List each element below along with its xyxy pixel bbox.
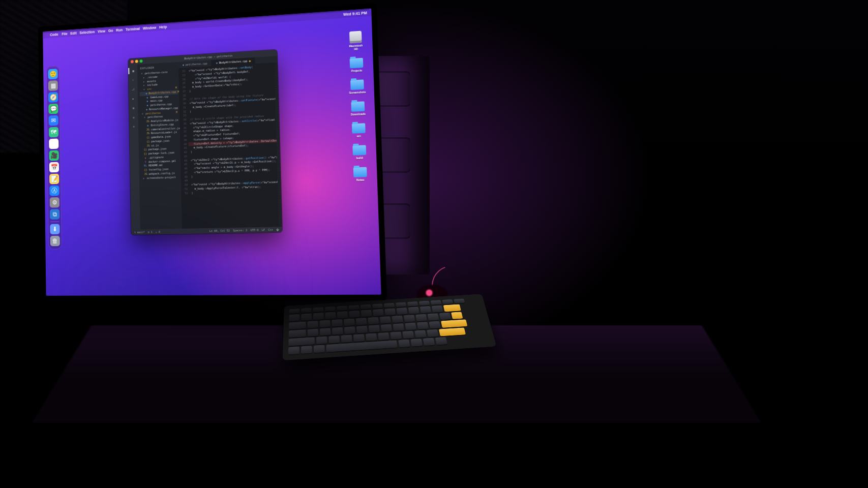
tree-row-label: screenshots-project xyxy=(147,175,176,180)
desktop-icon[interactable]: Downloads xyxy=(350,101,365,116)
status-item[interactable]: UTF-8 xyxy=(251,228,259,232)
activity-files-icon[interactable]: ▤ xyxy=(128,68,137,74)
tree-row-label: webpack.config.js xyxy=(148,171,174,176)
status-item[interactable]: ⊘ 1 xyxy=(148,230,153,233)
js-icon: JS xyxy=(144,172,147,176)
tree-row-label: docker-compose.yml xyxy=(148,159,176,164)
dock-item-vscode[interactable]: ⧉ xyxy=(50,209,59,220)
macos-desktop[interactable]: Code FileEditSelectionViewGoRunTerminalW… xyxy=(43,9,381,296)
vscode-editor[interactable]: 22 23 24 25 26 27 28 29 30 31 32 33 34 3… xyxy=(178,63,282,229)
yml-icon: Y xyxy=(144,160,147,164)
desktop-icon[interactable]: Projects xyxy=(349,58,364,73)
menubar-item[interactable]: Help xyxy=(159,25,167,29)
desktop-icons-column: Macintosh HD Projects Screenshots Downlo… xyxy=(344,30,372,182)
desktop-icon[interactable]: Notes xyxy=(353,167,368,182)
desktop-icon[interactable]: Macintosh HD xyxy=(348,30,364,51)
dock-item-mail[interactable]: ✉︎ xyxy=(49,115,58,126)
cpp-file-icon: ◆ xyxy=(216,61,218,64)
tree-row-label: README.md xyxy=(148,164,162,168)
cpp-icon: ◆ xyxy=(146,104,149,108)
cpp-icon: ◆ xyxy=(146,108,147,112)
menubar-item[interactable]: Selection xyxy=(79,29,95,34)
menubar-items[interactable]: FileEditSelectionViewGoRunTerminalWindow… xyxy=(62,24,170,36)
menubar-status-area[interactable]: Wed 9:41 PM xyxy=(343,11,367,16)
vscode-window[interactable]: BodyAttributes.cpp — petitheros ▤⌕⎇▶▦◒⚙ … xyxy=(128,50,282,235)
desk-scene: Code FileEditSelectionViewGoRunTerminalW… xyxy=(0,0,868,488)
dock-item-appstore[interactable]: Ⓐ xyxy=(49,186,59,196)
modified-badge-icon: M xyxy=(175,86,177,90)
status-item[interactable]: ⏻ xyxy=(276,228,279,231)
vscode-sidebar[interactable]: EXPLORER ▾ petitheros-core ▸ .vscode ▸ a… xyxy=(137,62,182,230)
cpp-icon: ◆ xyxy=(145,92,147,96)
tree-row[interactable]: Y docker-compose.yml xyxy=(141,159,179,164)
dock-item-safari[interactable]: 🧭 xyxy=(48,92,58,103)
menubar-item[interactable]: File xyxy=(62,32,67,36)
folder-icon xyxy=(351,101,365,112)
tree-row[interactable]: ▸ screenshots-project xyxy=(141,175,180,180)
vscode-file-tree[interactable]: ▾ petitheros-core ▸ .vscode ▸ assets ▸ i… xyxy=(139,70,180,180)
desktop-icon-label: Projects xyxy=(351,69,363,73)
desktop-icon[interactable]: Screenshots xyxy=(350,79,365,94)
dock-item-launchpad[interactable]: ▦ xyxy=(48,80,58,91)
menubar-item[interactable]: Window xyxy=(143,25,156,30)
modified-badge-icon: M xyxy=(176,110,177,114)
status-item[interactable]: Spaces: 2 xyxy=(233,228,247,232)
dock-item-calendar[interactable]: 📅 xyxy=(49,162,59,173)
md-icon: M↓ xyxy=(144,164,147,168)
dock-item-maps[interactable]: 🗺 xyxy=(49,127,58,138)
macos-dock[interactable]: 🙂▦🧭💬✉︎🗺❀🎥📅📝Ⓐ⚙︎⧉⬇︎🗑 xyxy=(46,66,62,249)
vscode-status-bar[interactable]: ⌥ main*⊘ 1⚠ 0 Ln 40, Col 52Spaces: 2UTF-… xyxy=(131,227,282,235)
dock-item-downloads[interactable]: ⬇︎ xyxy=(50,224,59,234)
dock-item-facetime[interactable]: 🎥 xyxy=(49,150,59,161)
json-icon: {} xyxy=(144,152,147,156)
desktop-icon[interactable]: src xyxy=(351,123,366,138)
close-traffic-light-icon[interactable] xyxy=(131,60,134,63)
dock-item-notes[interactable]: 📝 xyxy=(49,174,59,185)
activity-account-icon[interactable]: ◒ xyxy=(131,114,137,120)
dock-item-settings[interactable]: ⚙︎ xyxy=(50,197,59,208)
activity-debug-icon[interactable]: ▶ xyxy=(130,96,136,102)
tree-row[interactable]: M↓ README.md xyxy=(141,163,179,168)
git-icon: ◈ xyxy=(144,156,147,160)
folder-icon xyxy=(352,123,366,133)
monitor: Code FileEditSelectionViewGoRunTerminalW… xyxy=(40,25,375,300)
desktop-icon-label: Notes xyxy=(356,178,365,181)
dock-item-messages[interactable]: 💬 xyxy=(48,104,58,114)
minimize-traffic-light-icon[interactable] xyxy=(135,60,138,63)
editor-tab-label: BodyAttributes.cpp xyxy=(219,59,248,65)
zoom-traffic-light-icon[interactable] xyxy=(139,59,142,63)
folder-icon xyxy=(350,58,364,69)
desktop-icon-label: Screenshots xyxy=(349,90,366,95)
menubar-item[interactable]: Go xyxy=(108,28,113,33)
status-item[interactable]: LF xyxy=(262,228,265,232)
status-item[interactable]: Ln 40, Col 52 xyxy=(209,229,230,232)
dock-item-photos[interactable]: ❀ xyxy=(49,139,58,149)
activity-search-icon[interactable]: ⌕ xyxy=(130,77,136,83)
dock-item-finder[interactable]: 🙂 xyxy=(48,69,58,79)
menubar-item[interactable]: Edit xyxy=(70,31,77,35)
tree-row-label: tsconfig.json xyxy=(148,167,168,172)
desktop-icon-label: Macintosh HD xyxy=(349,44,364,51)
dock-item-trash[interactable]: 🗑 xyxy=(50,236,60,247)
menubar-status-item[interactable]: Wed 9:41 PM xyxy=(343,11,367,16)
tree-row[interactable]: JS webpack.config.js xyxy=(141,171,180,176)
drive-icon xyxy=(349,31,362,44)
tree-row[interactable]: {} tsconfig.json xyxy=(141,167,179,172)
menubar-app-name[interactable]: Code xyxy=(50,32,58,36)
js-icon: JS xyxy=(146,144,149,148)
activity-extensions-icon[interactable]: ▦ xyxy=(131,105,137,111)
code-area[interactable]: ="kw">void ="ty">BodyAttributes::setBody… xyxy=(187,63,279,229)
menubar-item[interactable]: Terminal xyxy=(126,26,140,31)
status-item[interactable]: ⌥ main* xyxy=(134,230,145,234)
activity-settings-icon[interactable]: ⚙ xyxy=(131,123,137,130)
activity-git-icon[interactable]: ⎇ xyxy=(130,86,136,93)
desktop-icon[interactable]: build xyxy=(352,145,367,160)
dock-separator xyxy=(50,221,59,222)
editor-tab-label: petitheros.cpp xyxy=(186,62,207,66)
status-item[interactable]: ⚠ 0 xyxy=(156,230,160,233)
status-item[interactable]: C++ xyxy=(268,228,273,232)
folder-icon xyxy=(350,79,364,90)
folder-icon xyxy=(352,145,366,155)
menubar-item[interactable]: Run xyxy=(116,28,123,32)
menubar-item[interactable]: View xyxy=(98,29,105,33)
